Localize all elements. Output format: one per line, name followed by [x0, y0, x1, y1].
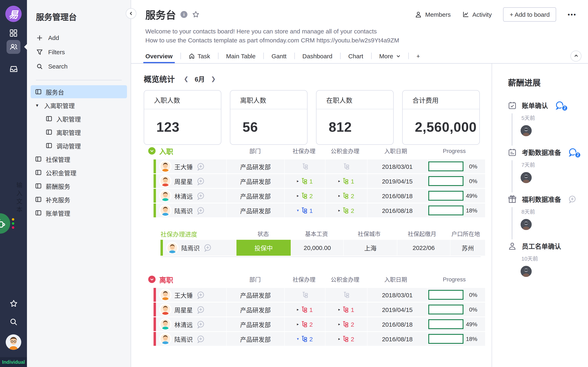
column-header[interactable]: 部门 — [226, 147, 284, 155]
link-cell[interactable]: ▸1 — [285, 174, 325, 188]
registered-city-cell[interactable]: 苏州 — [450, 240, 485, 256]
city-cell[interactable]: 上海 — [344, 240, 397, 256]
chevron-left-icon[interactable]: ❮ — [184, 75, 189, 82]
name-cell[interactable]: 陆焉识 — [156, 332, 226, 346]
column-header[interactable]: 部门 — [226, 275, 284, 284]
hire-date-cell[interactable]: 2016/08/18 — [367, 189, 427, 203]
link-cell[interactable]: ▸2 — [285, 189, 325, 203]
group-title[interactable]: 离职 — [148, 274, 226, 284]
column-header[interactable]: 社保办理 — [284, 275, 324, 284]
tab-gantt[interactable]: Gantt — [272, 49, 286, 63]
link-cell-empty[interactable] — [285, 159, 325, 173]
column-header[interactable]: 入职日期 — [366, 147, 425, 155]
status-cell[interactable]: 投保中 — [236, 240, 291, 256]
comments-bubble-icon[interactable]: 2 — [568, 147, 577, 157]
department-cell[interactable]: 产品研发部 — [227, 174, 284, 188]
department-cell[interactable]: 产品研发部 — [227, 332, 284, 346]
department-cell[interactable]: 产品研发部 — [227, 288, 284, 302]
link-cell-empty[interactable] — [325, 288, 367, 302]
add-conversation-icon[interactable] — [196, 305, 205, 314]
timeline-item-avatar[interactable] — [521, 172, 532, 183]
add-conversation-icon[interactable] — [196, 320, 205, 328]
name-cell[interactable]: 周星星 — [156, 303, 226, 317]
name-cell[interactable]: 陆焉识 — [163, 240, 236, 256]
add-conversation-icon[interactable] — [196, 206, 205, 215]
tab-overview[interactable]: Overview — [145, 49, 173, 63]
link-cell-empty[interactable] — [325, 159, 367, 173]
hire-date-cell[interactable]: 2016/08/18 — [367, 332, 427, 346]
info-icon[interactable]: i — [181, 11, 187, 18]
add-conversation-icon[interactable] — [196, 177, 205, 185]
link-cell[interactable]: ▸1 — [285, 303, 325, 317]
department-cell[interactable]: 产品研发部 — [227, 317, 284, 331]
expand-triangle-icon[interactable]: ▸ — [338, 179, 340, 183]
add-conversation-icon[interactable] — [196, 192, 205, 200]
timeline-item-avatar[interactable] — [521, 125, 532, 136]
sidebar-board-item[interactable]: 离职管理 — [31, 125, 127, 139]
table-row[interactable]: 林清远产品研发部▸2▸22016/08/1849% — [154, 317, 484, 331]
table-row[interactable]: 陆焉识产品研发部▾1▸22016/08/1818% — [154, 203, 484, 217]
add-conversation-icon[interactable] — [203, 243, 212, 252]
name-cell[interactable]: 林清远 — [156, 189, 226, 203]
sidebar-board-item[interactable]: 薪酬服务 — [31, 179, 127, 192]
sidebar-board-item[interactable]: 服务台 — [31, 85, 127, 98]
column-header[interactable]: 入职日期 — [366, 275, 425, 284]
link-cell[interactable]: ▸2 — [325, 317, 367, 331]
timeline-item-label[interactable]: 账单确认 — [522, 100, 548, 110]
hire-date-cell[interactable]: 2016/08/18 — [367, 203, 427, 217]
progress-cell[interactable]: 18% — [428, 203, 485, 217]
table-row[interactable]: 周星星产品研发部▸1▸12019/04/150% — [154, 303, 484, 317]
sidebar-board-item[interactable]: 账单管理 — [31, 206, 127, 219]
expand-triangle-icon[interactable]: ▸ — [297, 194, 299, 198]
group-title[interactable]: 入职 — [148, 146, 226, 156]
salary-cell[interactable]: 20,000.00 — [291, 240, 343, 256]
collapse-panel-button[interactable] — [126, 8, 136, 19]
add-conversation-icon[interactable] — [196, 291, 205, 299]
table-row[interactable]: 王大锤产品研发部2018/03/010% — [154, 288, 484, 302]
expand-triangle-icon[interactable]: ▸ — [338, 322, 340, 326]
subtable-column-header[interactable]: 社保城市 — [343, 230, 396, 238]
department-cell[interactable]: 产品研发部 — [227, 203, 284, 217]
rail-search-icon[interactable] — [9, 318, 18, 326]
favorite-board-star-icon[interactable] — [192, 10, 200, 18]
expand-triangle-icon[interactable]: ▸ — [297, 322, 299, 326]
name-cell[interactable]: 王大锤 — [156, 288, 226, 302]
timeline-item-avatar[interactable] — [521, 219, 532, 230]
hire-date-cell[interactable]: 2018/03/01 — [367, 159, 427, 173]
timeline-item-label[interactable]: 福利数据准备 — [522, 194, 561, 204]
panel-action-add[interactable]: Add — [27, 31, 131, 45]
name-cell[interactable]: 陆焉识 — [156, 203, 226, 217]
expand-triangle-icon[interactable]: ▸ — [338, 208, 340, 212]
panel-action-filters[interactable]: Filters — [27, 45, 131, 59]
progress-cell[interactable]: 0% — [428, 159, 485, 173]
column-header[interactable]: Progress — [425, 148, 483, 154]
name-cell[interactable]: 王大锤 — [156, 159, 226, 173]
tab-main-table[interactable]: Main Table — [226, 49, 256, 63]
sidebar-board-item[interactable]: 社保管理 — [31, 152, 127, 166]
column-header[interactable]: 社保办理 — [284, 147, 324, 155]
sidebar-board-item[interactable]: 调动管理 — [31, 139, 127, 152]
hire-date-cell[interactable]: 2019/04/15 — [367, 303, 427, 317]
link-cell[interactable]: ▸1 — [325, 303, 367, 317]
link-cell[interactable]: ▾2 — [285, 332, 325, 346]
panel-action-search[interactable]: Search — [27, 59, 131, 73]
department-cell[interactable]: 产品研发部 — [227, 159, 284, 173]
hire-date-cell[interactable]: 2018/03/01 — [367, 288, 427, 302]
members-button[interactable]: Members — [415, 11, 450, 18]
user-avatar[interactable] — [6, 334, 21, 350]
tab-more[interactable]: More — [379, 49, 400, 63]
link-cell[interactable]: ▸2 — [325, 189, 367, 203]
expand-triangle-icon[interactable]: ▸ — [297, 308, 299, 312]
add-conversation-icon[interactable] — [196, 334, 205, 343]
group-collapse-icon[interactable] — [148, 147, 156, 155]
contacts-people-icon[interactable] — [7, 40, 20, 54]
group-collapse-icon[interactable] — [148, 276, 156, 283]
link-cell[interactable]: ▸1 — [325, 174, 367, 188]
table-row[interactable]: 周星星产品研发部▸1▸12019/04/150% — [154, 174, 484, 188]
column-header[interactable]: 公积金办理 — [324, 275, 366, 284]
add-comment-bubble-icon[interactable] — [568, 195, 577, 203]
tab-task[interactable]: Task — [189, 49, 210, 63]
tab--[interactable]: + — [416, 49, 420, 63]
link-cell-empty[interactable] — [285, 288, 325, 302]
tab-dashboard[interactable]: Dashboard — [302, 49, 332, 63]
